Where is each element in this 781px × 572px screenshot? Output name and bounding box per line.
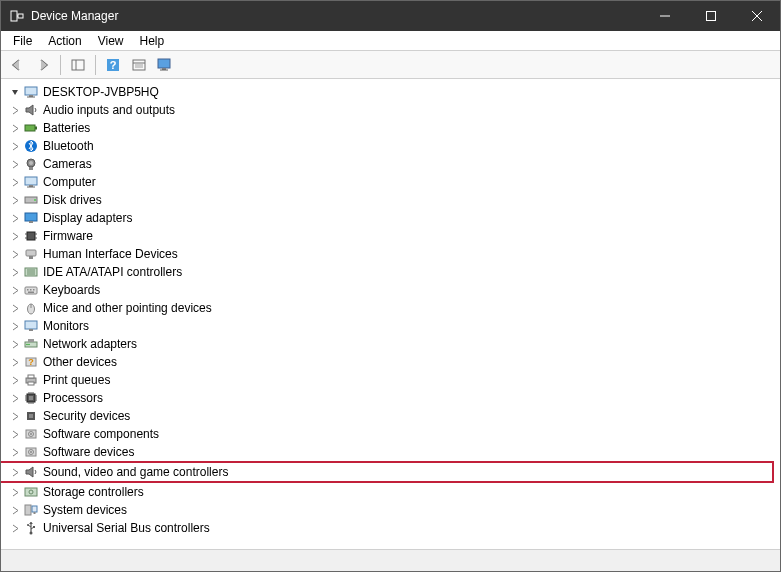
tree-node-label: Universal Serial Bus controllers [43,521,210,535]
tree-root-label: DESKTOP-JVBP5HQ [43,85,159,99]
device-tree[interactable]: DESKTOP-JVBP5HQAudio inputs and outputsB… [1,79,780,549]
forward-button[interactable] [31,53,55,77]
svg-rect-64 [29,396,33,400]
svg-rect-32 [25,213,37,221]
chevron-right-icon[interactable] [9,486,21,498]
hid-icon [23,246,39,262]
svg-rect-22 [35,127,37,130]
chevron-right-icon[interactable] [9,374,21,386]
svg-point-91 [30,532,33,535]
show-hide-tree-button[interactable] [66,53,90,77]
system-icon [23,502,39,518]
tree-node-bluetooth[interactable]: Bluetooth [7,137,774,155]
chevron-right-icon[interactable] [9,104,21,116]
tree-node-human-interface-devices[interactable]: Human Interface Devices [7,245,774,263]
menu-view[interactable]: View [90,32,132,50]
chevron-right-icon[interactable] [9,320,21,332]
chevron-right-icon[interactable] [9,158,21,170]
svg-rect-89 [34,512,36,514]
tree-node-universal-serial-bus-controllers[interactable]: Universal Serial Bus controllers [7,519,774,537]
monitor-icon [23,318,39,334]
tree-node-monitors[interactable]: Monitors [7,317,774,335]
chevron-right-icon[interactable] [9,504,21,516]
chevron-right-icon[interactable] [9,230,21,242]
tree-node-mice-and-other-pointing-devices[interactable]: Mice and other pointing devices [7,299,774,317]
tree-node-label: Software components [43,427,159,441]
menu-action[interactable]: Action [40,32,89,50]
tree-node-audio-inputs-and-outputs[interactable]: Audio inputs and outputs [7,101,774,119]
tree-node-label: Network adapters [43,337,137,351]
tree-node-label: Computer [43,175,96,189]
tree-node-ide-ata-atapi-controllers[interactable]: IDE ATA/ATAPI controllers [7,263,774,281]
software-icon [23,444,39,460]
tree-node-security-devices[interactable]: Security devices [7,407,774,425]
tree-node-keyboards[interactable]: Keyboards [7,281,774,299]
back-button[interactable] [5,53,29,77]
tree-node-software-components[interactable]: Software components [7,425,774,443]
tree-node-print-queues[interactable]: Print queues [7,371,774,389]
tree-node-other-devices[interactable]: ?Other devices [7,353,774,371]
menu-file[interactable]: File [5,32,40,50]
arrow-right-icon [36,58,50,72]
svg-rect-46 [27,289,29,291]
menubar: File Action View Help [1,31,780,51]
tree-node-computer[interactable]: Computer [7,173,774,191]
chevron-down-icon[interactable] [9,86,21,98]
camera-icon [23,156,39,172]
chevron-right-icon[interactable] [9,302,21,314]
tree-node-firmware[interactable]: Firmware [7,227,774,245]
svg-rect-85 [25,488,37,496]
svg-rect-49 [28,292,34,294]
svg-rect-21 [25,125,35,131]
tree-node-disk-drives[interactable]: Disk drives [7,191,774,209]
disk-icon [23,192,39,208]
tree-node-batteries[interactable]: Batteries [7,119,774,137]
minimize-button[interactable] [642,1,688,31]
chevron-right-icon[interactable] [9,428,21,440]
chevron-right-icon[interactable] [9,122,21,134]
tree-node-label: Cameras [43,157,92,171]
help-button[interactable]: ? [101,53,125,77]
chevron-right-icon[interactable] [9,446,21,458]
usb-icon [23,520,39,536]
other-icon: ? [23,354,39,370]
tree-node-display-adapters[interactable]: Display adapters [7,209,774,227]
svg-rect-87 [25,505,31,515]
chevron-right-icon[interactable] [9,466,21,478]
maximize-button[interactable] [688,1,734,31]
chevron-right-icon[interactable] [9,356,21,368]
close-button[interactable] [734,1,780,31]
chevron-right-icon[interactable] [9,266,21,278]
svg-point-92 [27,524,29,526]
properties-button[interactable] [127,53,151,77]
chevron-right-icon[interactable] [9,284,21,296]
chevron-right-icon[interactable] [9,194,21,206]
chevron-right-icon[interactable] [9,248,21,260]
printer-icon [23,372,39,388]
tree-node-network-adapters[interactable]: Network adapters [7,335,774,353]
chevron-right-icon[interactable] [9,338,21,350]
storage-icon [23,484,39,500]
tree-node-software-devices[interactable]: Software devices [7,443,774,461]
tree-node-system-devices[interactable]: System devices [7,501,774,519]
statusbar [1,549,780,571]
chevron-right-icon[interactable] [9,522,21,534]
chevron-right-icon[interactable] [9,140,21,152]
chevron-right-icon[interactable] [9,176,21,188]
chevron-right-icon[interactable] [9,410,21,422]
tree-root-node[interactable]: DESKTOP-JVBP5HQ [7,83,774,101]
tree-node-processors[interactable]: Processors [7,389,774,407]
scan-button[interactable] [153,53,177,77]
tree-node-label: Security devices [43,409,130,423]
keyboard-icon [23,282,39,298]
tree-node-cameras[interactable]: Cameras [7,155,774,173]
tree-node-sound-video-and-game-controllers[interactable]: Sound, video and game controllers [1,463,772,481]
svg-rect-93 [33,526,35,528]
tree-node-storage-controllers[interactable]: Storage controllers [7,483,774,501]
tree-node-label: Keyboards [43,283,100,297]
svg-point-25 [29,161,33,165]
menu-help[interactable]: Help [132,32,173,50]
chevron-right-icon[interactable] [9,212,21,224]
chevron-right-icon[interactable] [9,392,21,404]
tree-node-label: Audio inputs and outputs [43,103,175,117]
